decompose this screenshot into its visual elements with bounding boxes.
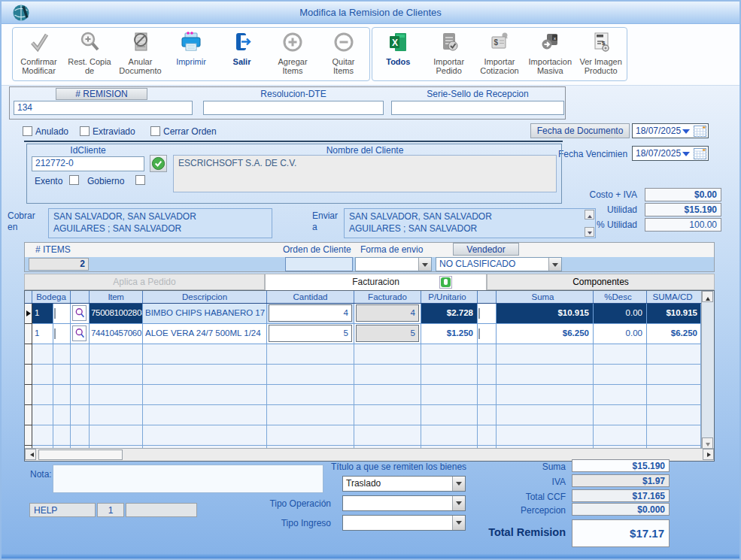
validate-client-button[interactable]: [150, 155, 167, 172]
cell-descripcion[interactable]: ALOE VERA 24/7 500ML 1/24: [143, 324, 267, 344]
gobierno-checkbox[interactable]: [135, 175, 145, 185]
cell-item[interactable]: 750081002808: [90, 304, 143, 324]
cell-item[interactable]: 744104570601: [90, 324, 143, 344]
scroll-down-icon[interactable]: [585, 227, 594, 237]
agregar-items-button[interactable]: AgregarItems: [268, 31, 317, 80]
tipo-ingreso-select[interactable]: [342, 515, 466, 531]
cell-bodega[interactable]: 1: [32, 324, 53, 344]
row-selector[interactable]: [25, 304, 32, 324]
fecha-documento-picker[interactable]: 18/07/2025: [632, 123, 709, 138]
calendar-icon[interactable]: [694, 148, 706, 159]
nota-input[interactable]: [53, 465, 323, 493]
bodega-combo[interactable]: [53, 304, 71, 324]
cell-bodega[interactable]: 1: [32, 304, 53, 324]
cell-pctdesc[interactable]: 0.00: [594, 304, 647, 324]
chevron-down-icon[interactable]: [548, 258, 561, 271]
tab-componentes[interactable]: Componentes: [487, 274, 715, 290]
fecha-documento-label-button[interactable]: Fecha de Documento: [530, 123, 630, 138]
confirmar-modificar-button[interactable]: ConfirmarModificar: [14, 31, 64, 80]
row-selector[interactable]: [25, 324, 32, 344]
col-header-punitario[interactable]: P/Unitario: [421, 291, 478, 303]
chevron-down-icon[interactable]: [478, 328, 480, 339]
cell-sumacd[interactable]: $10.915: [647, 304, 701, 324]
scroll-up-icon[interactable]: [702, 291, 713, 302]
enviar-a-box[interactable]: SAN SALVADOR, SAN SALVADOR AGUILARES ; S…: [344, 208, 596, 238]
salir-button[interactable]: Salir: [217, 31, 267, 80]
scroll-down-icon[interactable]: [702, 437, 713, 449]
chevron-down-icon[interactable]: [452, 477, 465, 491]
imprimir-button[interactable]: Imprimir: [166, 31, 216, 80]
exento-checkbox[interactable]: [69, 175, 79, 185]
precio-combo[interactable]: [478, 304, 497, 324]
cell-punitario[interactable]: $1.250: [421, 324, 478, 344]
help-field[interactable]: HELP: [29, 503, 96, 517]
grid-vertical-scrollbar[interactable]: [701, 291, 714, 449]
item-search-cell[interactable]: [71, 304, 90, 324]
col-header-sumacd[interactable]: SUMA/CD: [647, 291, 701, 303]
tipo-operacion-select[interactable]: [342, 495, 466, 511]
magnifier-icon[interactable]: [72, 305, 87, 321]
chevron-down-icon[interactable]: [478, 308, 480, 319]
col-header-bodega[interactable]: Bodega: [32, 291, 71, 303]
serie-input[interactable]: [391, 101, 564, 115]
chevron-down-icon[interactable]: [54, 328, 56, 339]
tab-facturacion[interactable]: Facturacion: [265, 274, 487, 290]
vendedor-label-button[interactable]: Vendedor: [453, 243, 519, 256]
precio-combo[interactable]: [478, 324, 497, 344]
chevron-down-icon[interactable]: [418, 258, 431, 271]
rest-copia-button[interactable]: Rest. Copiade: [65, 31, 114, 80]
todos-button[interactable]: X Todos: [373, 31, 423, 80]
importacion-masiva-button[interactable]: x ImportacionMasiva: [525, 31, 575, 80]
quitar-items-button[interactable]: QuitarItems: [319, 31, 369, 80]
anular-documento-button[interactable]: AnularDocumento: [116, 31, 166, 80]
scroll-up-icon[interactable]: [585, 210, 594, 219]
cell-suma[interactable]: $6.250: [497, 324, 594, 344]
date-dropdown-icon[interactable]: [682, 129, 690, 138]
table-row[interactable]: 1 744104570601 ALOE VERA 24/7 500ML 1/24…: [25, 324, 714, 344]
cobrar-en-box[interactable]: SAN SALVADOR, SAN SALVADOR AGUILARES ; S…: [48, 208, 272, 238]
resolucion-input[interactable]: [203, 101, 384, 115]
col-header-suma[interactable]: Suma: [497, 291, 594, 303]
scrollbar-thumb[interactable]: [38, 450, 123, 460]
col-header-facturado[interactable]: Facturado: [354, 291, 421, 303]
table-row-selected[interactable]: 1 750081002808 BIMBO CHIPS HABANERO 17 4…: [25, 304, 714, 324]
item-search-cell[interactable]: [71, 324, 90, 344]
remision-input[interactable]: 134: [14, 101, 193, 115]
col-header-cantidad[interactable]: Cantidad: [267, 291, 354, 303]
extraviado-checkbox[interactable]: [80, 126, 90, 136]
cell-cantidad[interactable]: 5: [267, 324, 354, 344]
calendar-icon[interactable]: [694, 126, 706, 137]
cell-suma[interactable]: $10.915: [497, 304, 594, 324]
page-number-field[interactable]: 1: [97, 503, 124, 517]
idcliente-input[interactable]: 212772-0: [32, 156, 144, 171]
cell-sumacd[interactable]: $6.250: [647, 324, 701, 344]
cell-descripcion[interactable]: BIMBO CHIPS HABANERO 17: [143, 304, 267, 324]
date-dropdown-icon[interactable]: [682, 152, 690, 160]
orden-cliente-input[interactable]: [285, 257, 353, 271]
magnifier-icon[interactable]: [72, 325, 87, 341]
importar-cotizacion-button[interactable]: $ ImportarCotizacion: [475, 31, 524, 80]
col-header-item[interactable]: Item: [90, 291, 143, 303]
ver-imagen-producto-button[interactable]: $ Ver ImagenProducto: [576, 31, 626, 80]
col-header-descripcion[interactable]: Descripcion: [143, 291, 267, 303]
cerrar-orden-checkbox[interactable]: [150, 126, 160, 136]
cell-punitario[interactable]: $2.728: [421, 304, 478, 324]
cell-facturado[interactable]: 4: [354, 304, 421, 324]
chevron-down-icon[interactable]: [452, 496, 465, 510]
col-header-pctdesc[interactable]: %Desc: [594, 291, 647, 303]
fecha-vencimiento-picker[interactable]: 18/07/2025: [632, 146, 709, 161]
nombre-cliente-box[interactable]: ESCRICHSOFT S.A. DE C.V.: [173, 155, 557, 192]
bodega-combo[interactable]: [53, 324, 71, 344]
vendedor-select[interactable]: NO CLASIFICADO: [436, 257, 562, 271]
remision-label-button[interactable]: # REMISION: [56, 88, 147, 100]
cell-cantidad[interactable]: 4: [267, 304, 354, 324]
chevron-down-icon[interactable]: [54, 308, 56, 319]
importar-pedido-button[interactable]: ImportarPedido: [424, 31, 474, 80]
extra-field[interactable]: [126, 503, 197, 517]
scroll-right-icon[interactable]: [703, 449, 714, 460]
titulo-bienes-select[interactable]: Traslado: [342, 476, 466, 492]
forma-envio-select[interactable]: [355, 257, 432, 271]
cell-pctdesc[interactable]: 0.00: [594, 324, 647, 344]
anulado-checkbox[interactable]: [23, 126, 32, 136]
cell-facturado[interactable]: 5: [354, 324, 421, 344]
